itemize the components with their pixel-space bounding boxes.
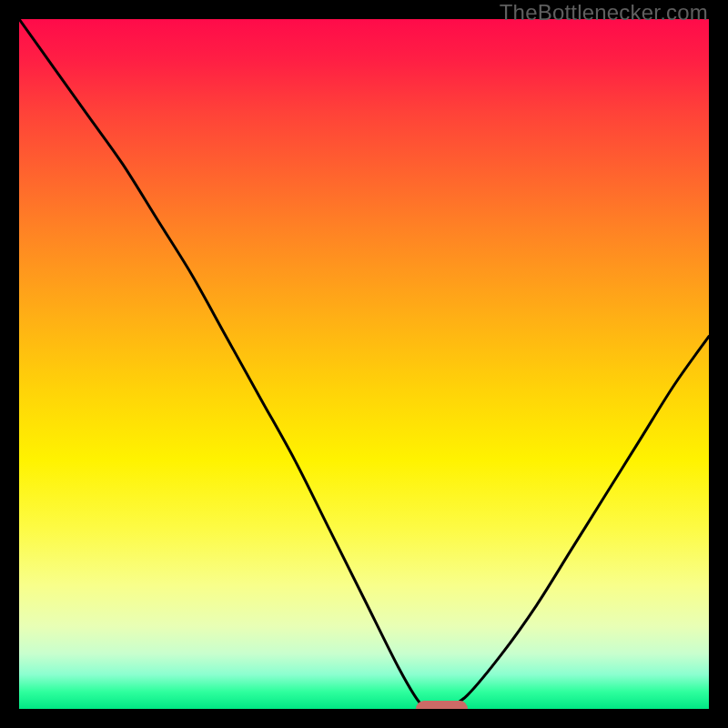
watermark-text: TheBottlenecker.com [500, 0, 708, 25]
chart-frame: TheBottlenecker.com [0, 0, 728, 728]
plot-area [19, 19, 709, 709]
bottleneck-curve [19, 19, 709, 709]
optimal-range-marker [416, 701, 468, 709]
